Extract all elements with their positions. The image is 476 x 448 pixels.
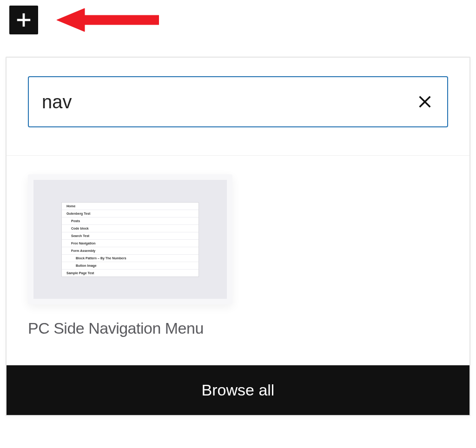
result-preview-inner: Home Gutenberg Test Posts Code block Sea…: [33, 180, 227, 299]
plus-icon: [15, 11, 33, 29]
search-section: [7, 58, 469, 156]
clear-search-button[interactable]: [416, 92, 434, 111]
add-block-button[interactable]: [9, 6, 38, 34]
preview-nav-item: Search Test: [62, 232, 198, 240]
results-section: Home Gutenberg Test Posts Code block Sea…: [7, 156, 469, 365]
preview-nav-item: Sample Page Test: [62, 270, 198, 277]
svg-marker-2: [57, 8, 159, 32]
close-icon: [417, 94, 433, 110]
arrow-left-icon: [57, 6, 159, 34]
preview-nav-item: Form Assembly: [62, 247, 198, 255]
browse-all-button[interactable]: Browse all: [7, 365, 469, 415]
search-input[interactable]: [42, 92, 416, 112]
preview-nav-item: Code block: [62, 225, 198, 232]
preview-nav-item: Free Navigation: [62, 240, 198, 247]
preview-nav-item: Block Pattern – By The Numbers: [62, 255, 198, 262]
result-preview: Home Gutenberg Test Posts Code block Sea…: [28, 174, 232, 304]
block-pattern-result[interactable]: Home Gutenberg Test Posts Code block Sea…: [28, 174, 232, 337]
block-inserter-panel: Home Gutenberg Test Posts Code block Sea…: [6, 57, 470, 416]
preview-nav-item: Gutenberg Test: [62, 210, 198, 217]
preview-nav-list: Home Gutenberg Test Posts Code block Sea…: [61, 202, 199, 277]
preview-nav-item: Posts: [62, 217, 198, 225]
annotation-arrow: [57, 6, 159, 34]
preview-nav-item: Home: [62, 203, 198, 210]
result-title: PC Side Navigation Menu: [28, 319, 232, 337]
search-box: [28, 76, 448, 127]
preview-nav-item: Button Image: [62, 262, 198, 270]
